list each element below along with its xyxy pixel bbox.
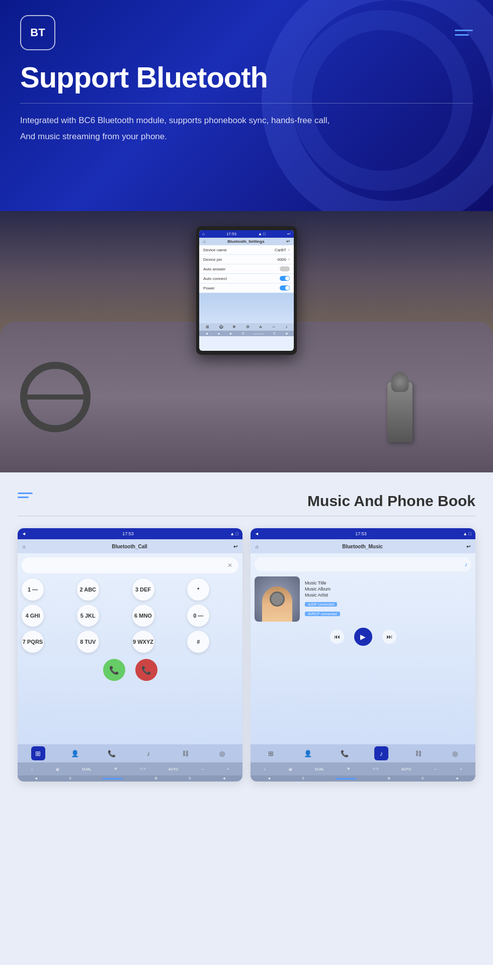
music-nav-person-icon[interactable]: 👤 (301, 746, 315, 760)
music-back-btn[interactable]: ◄ (255, 531, 259, 536)
bottom-header: Music And Phone Book (18, 493, 475, 510)
nav-snow[interactable]: ❄ (232, 325, 236, 329)
sb-home[interactable]: ⌂ (31, 767, 33, 771)
next-button[interactable]: ⏭ (382, 630, 396, 644)
nav-phone-icon[interactable]: 📞 (105, 746, 119, 760)
music-nav-music-icon[interactable]: ♪ (374, 746, 388, 760)
msb-power[interactable]: ⏻ (289, 767, 292, 771)
auto-answer-toggle[interactable] (280, 266, 290, 271)
bottom-section: Music And Phone Book ◄ 17:53 ▲ □ ⌂ Bluet… (0, 472, 493, 965)
music-navbar: ⊞ 👤 📞 ♪ ⛓ ◎ (251, 744, 475, 762)
car-section: ⌂ 17:53 ▲ □ ↩ ⌂ Bluetooth_Settings ↩ Dev… (0, 211, 493, 472)
bottom-back[interactable]: ◄ (205, 332, 208, 335)
gear-shift (387, 382, 413, 442)
phone-screens-container: ◄ 17:53 ▲ □ ⌂ Bluetooth_Call ↩ ✕ 1 — 2 A… (18, 528, 475, 781)
nav-vol[interactable]: ♪ (285, 325, 287, 329)
settings-title-bar: ⌂ Bluetooth_Settings ↩ (199, 238, 294, 245)
msb-home[interactable]: ⌂ (264, 767, 266, 771)
msb2-back2[interactable]: ◄ (455, 776, 459, 780)
call-screen-topbar: ◄ 17:53 ▲ □ (18, 528, 242, 539)
call-back-icon[interactable]: ↩ (233, 544, 237, 549)
msb-snow[interactable]: ❄ (347, 767, 350, 771)
msb-vol-up[interactable]: + (460, 767, 462, 771)
nav-music-icon[interactable]: ♪ (141, 746, 155, 760)
sb2-0: 0 (69, 776, 71, 780)
music-note-icon[interactable]: ♪ (464, 561, 467, 568)
auto-connect-row[interactable]: Auto connect (199, 274, 294, 283)
sb-power[interactable]: ⏻ (56, 767, 59, 771)
dial-key-5[interactable]: 5 JKL (77, 605, 99, 627)
msb2-0b: 0 (422, 776, 424, 780)
hangup-button[interactable]: 📞 (135, 659, 157, 681)
answer-button[interactable]: 📞 (103, 659, 125, 681)
phone-icon: 📞 (109, 665, 119, 675)
sb-fan[interactable]: ⊂⊃ (140, 767, 146, 771)
bottom-fwd[interactable]: ► (229, 332, 233, 335)
dial-key-1[interactable]: 1 — (22, 578, 44, 601)
music-back-icon[interactable]: ↩ (466, 544, 470, 549)
sb-vol-up[interactable]: + (227, 767, 229, 771)
center-screen-wrap: ⌂ 17:53 ▲ □ ↩ ⌂ Bluetooth_Settings ↩ Dev… (196, 226, 297, 355)
nav-person-icon[interactable]: 👤 (68, 746, 82, 760)
power-row[interactable]: Power (199, 283, 294, 293)
nav-arrows[interactable]: ↔ (272, 325, 276, 329)
msb-arrows[interactable]: ↔ (434, 767, 437, 771)
music-home-icon: ⌂ (256, 544, 259, 549)
sb-snow[interactable]: ❄ (114, 767, 117, 771)
music-title: Music Title (305, 580, 471, 585)
dial-key-hash[interactable]: # (187, 631, 209, 653)
call-content: ✕ 1 — 2 ABC 3 DEF * 4 GHI 5 JKL 6 MNO 0 … (18, 553, 242, 744)
music-meta: Music Title Music Album Music Artist A2D… (305, 580, 471, 618)
nav-power[interactable]: ⏻ (219, 325, 223, 329)
bluetooth-settings-screen: ⌂ 17:53 ▲ □ ↩ ⌂ Bluetooth_Settings ↩ Dev… (199, 230, 294, 351)
auto-connect-toggle[interactable] (280, 276, 290, 281)
power-toggle[interactable] (280, 285, 290, 290)
dial-key-4[interactable]: 4 GHI (22, 605, 44, 627)
dial-key-9[interactable]: 9 WXYZ (132, 631, 154, 653)
dial-key-8[interactable]: 8 TUV (77, 631, 99, 653)
music-nav-phone-icon[interactable]: 📞 (338, 746, 352, 760)
hamburger-line-1 (455, 30, 473, 31)
nav-link-icon[interactable]: ⛓ (178, 746, 192, 760)
call-back-btn[interactable]: ◄ (22, 531, 26, 536)
msb-auto: AUTO (401, 767, 411, 771)
call-action-buttons: 📞 📞 (22, 659, 238, 681)
dial-key-3[interactable]: 3 DEF (132, 578, 154, 601)
dial-key-0[interactable]: 0 — (187, 605, 209, 627)
sb2-back2[interactable]: ◄ (222, 776, 226, 780)
dial-key-2[interactable]: 2 ABC (77, 578, 99, 601)
bottom-0b: 0 (273, 332, 275, 335)
music-nav-link-icon[interactable]: ⛓ (411, 746, 425, 760)
dial-key-6[interactable]: 6 MNO (132, 605, 154, 627)
auto-answer-row[interactable]: Auto answer (199, 264, 294, 274)
home-btn: ⌂ (202, 232, 205, 236)
status-icons: ▲ □ (258, 232, 266, 236)
dial-key-star[interactable]: * (187, 578, 209, 601)
screen-status-bar: ⌂ 17:53 ▲ □ ↩ (199, 230, 294, 238)
bottom-menu-icon[interactable] (18, 493, 33, 498)
sb2-back[interactable]: ◄ (34, 776, 38, 780)
hamburger-line-2 (455, 34, 469, 36)
bottom-menu-line-1 (18, 493, 33, 494)
prev-button[interactable]: ⏮ (330, 630, 344, 644)
bottom-center[interactable]: ● (218, 332, 220, 335)
music-nav-target-icon[interactable]: ◎ (448, 746, 462, 760)
nav-fan[interactable]: ⚙ (246, 325, 250, 329)
music-content: ♪ Music Title Music Album Music Artist A… (251, 553, 475, 744)
dial-grid: 1 — 2 ABC 3 DEF * 4 GHI 5 JKL 6 MNO 0 — … (22, 578, 238, 653)
hamburger-menu-icon[interactable] (455, 30, 473, 36)
nav-target-icon[interactable]: ◎ (215, 746, 229, 760)
bottom-vol[interactable]: ◄ (285, 332, 288, 335)
call-status-icons: ▲ □ (230, 531, 238, 536)
play-button[interactable]: ▶ (354, 628, 372, 646)
msb2-back[interactable]: ◄ (267, 776, 271, 780)
nav-grid-icon[interactable]: ⊞ (31, 746, 45, 760)
dial-key-7[interactable]: 7 PQRS (22, 631, 44, 653)
sb-arrows[interactable]: ↔ (201, 767, 204, 771)
nav-auto[interactable]: A (259, 325, 262, 329)
music-nav-grid-icon[interactable]: ⊞ (264, 746, 278, 760)
hangup-icon: 📞 (141, 665, 151, 675)
nav-grid[interactable]: ⊞ (206, 325, 209, 329)
call-clear-icon[interactable]: ✕ (227, 562, 232, 569)
msb-fan[interactable]: ⊂⊃ (373, 767, 379, 771)
